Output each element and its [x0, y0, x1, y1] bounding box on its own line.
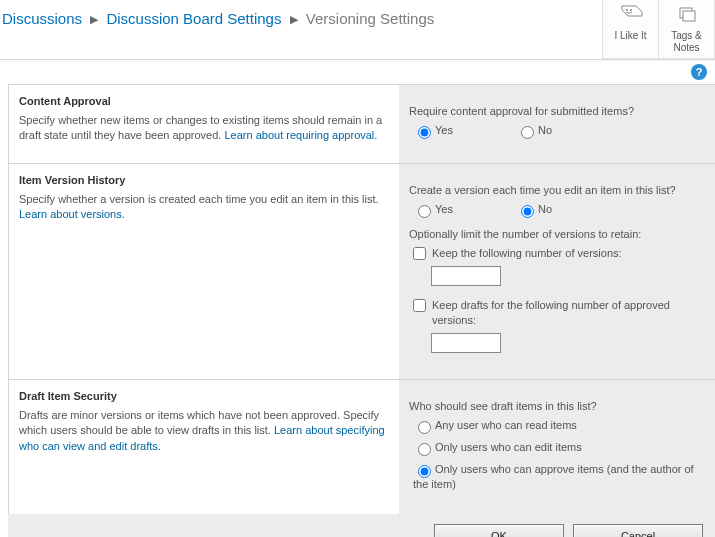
help-icon[interactable]: ?	[691, 64, 707, 80]
section-title: Content Approval	[19, 95, 387, 107]
cancel-button[interactable]: Cancel	[573, 524, 703, 537]
breadcrumb-current: Versioning Settings	[306, 10, 434, 27]
like-label: I Like It	[614, 30, 646, 41]
section-description: Specify whether a version is created eac…	[19, 192, 387, 223]
chevron-right-icon: ▶	[86, 13, 102, 26]
section-description: Specify whether new items or changes to …	[19, 113, 387, 144]
breadcrumb-link-discussions[interactable]: Discussions	[2, 10, 82, 27]
keep-versions-input[interactable]	[431, 266, 501, 286]
draft-readers-radio[interactable]	[418, 421, 431, 434]
svg-point-1	[630, 9, 632, 11]
require-approval-label: Require content approval for submitted i…	[409, 105, 705, 117]
approval-no-option[interactable]: No	[516, 123, 552, 139]
approval-no-radio[interactable]	[521, 126, 534, 139]
section-title: Draft Item Security	[19, 390, 387, 402]
breadcrumb: Discussions ▶ Discussion Board Settings …	[0, 0, 434, 27]
section-version-history: Item Version History Specify whether a v…	[9, 164, 715, 380]
tags-label: Tags & Notes	[671, 30, 702, 53]
version-yes-radio[interactable]	[418, 205, 431, 218]
version-no-radio[interactable]	[521, 205, 534, 218]
section-description: Drafts are minor versions or items which…	[19, 408, 387, 454]
tags-icon	[674, 4, 700, 28]
version-yes-option[interactable]: Yes	[413, 202, 453, 218]
limit-versions-label: Optionally limit the number of versions …	[409, 228, 705, 240]
button-row: OK Cancel	[8, 514, 715, 537]
approval-yes-option[interactable]: Yes	[413, 123, 453, 139]
version-no-option[interactable]: No	[516, 202, 552, 218]
draft-editors-radio[interactable]	[418, 443, 431, 456]
svg-point-0	[626, 9, 628, 11]
breadcrumb-link-board-settings[interactable]: Discussion Board Settings	[106, 10, 281, 27]
tags-notes-button[interactable]: Tags & Notes	[659, 0, 715, 59]
keep-drafts-text: Keep drafts for the following number of …	[432, 298, 705, 327]
draft-visibility-label: Who should see draft items in this list?	[409, 400, 705, 412]
learn-versions-link[interactable]: Learn about versions.	[19, 208, 125, 220]
draft-opt-approvers[interactable]: Only users who can approve items (and th…	[413, 463, 694, 490]
svg-rect-3	[683, 11, 695, 21]
create-version-label: Create a version each time you edit an i…	[409, 184, 705, 196]
section-content-approval: Content Approval Specify whether new ite…	[9, 85, 715, 164]
keep-drafts-input[interactable]	[431, 333, 501, 353]
ribbon-actions: I Like It Tags & Notes	[602, 0, 715, 59]
draft-opt-editors[interactable]: Only users who can edit items	[413, 441, 582, 453]
section-draft-security: Draft Item Security Drafts are minor ver…	[9, 380, 715, 514]
like-button[interactable]: I Like It	[603, 0, 659, 59]
keep-versions-checkbox[interactable]	[413, 247, 426, 260]
draft-opt-readers[interactable]: Any user who can read items	[413, 419, 577, 431]
smiley-tag-icon	[618, 4, 644, 28]
approval-yes-radio[interactable]	[418, 126, 431, 139]
chevron-right-icon: ▶	[286, 13, 302, 26]
keep-drafts-checkbox[interactable]	[413, 299, 426, 312]
ok-button[interactable]: OK	[434, 524, 564, 537]
keep-versions-text: Keep the following number of versions:	[432, 246, 705, 260]
section-title: Item Version History	[19, 174, 387, 186]
learn-approval-link[interactable]: Learn about requiring approval.	[224, 129, 377, 141]
draft-approvers-radio[interactable]	[418, 465, 431, 478]
